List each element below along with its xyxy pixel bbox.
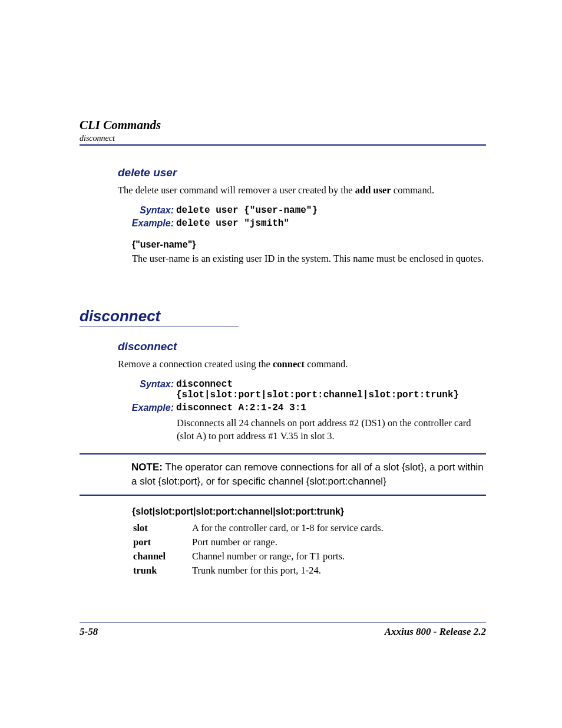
page-content: CLI Commands disconnect delete user The …	[80, 118, 486, 578]
note-body: The operator can remove connections for …	[131, 462, 484, 487]
table-row: channelChannel number or range, for T1 p…	[133, 550, 384, 563]
example-label: Example:	[118, 403, 174, 413]
disconnect-body: disconnect Remove a connection created u…	[118, 340, 486, 578]
note-label: NOTE:	[131, 462, 163, 473]
param-key: trunk	[133, 564, 191, 577]
heading-disconnect-h2: disconnect	[80, 307, 486, 325]
param-key: port	[133, 536, 191, 549]
text: command.	[305, 358, 348, 370]
table-row: trunkTrunk number for this port, 1-24.	[133, 564, 384, 577]
param-desc: Port number or range.	[192, 536, 384, 549]
page-header-title: CLI Commands	[80, 118, 486, 133]
page-header-subtitle: disconnect	[80, 134, 486, 143]
footer-right: Axxius 800 - Release 2.2	[385, 626, 486, 638]
heading-disconnect-h3: disconnect	[118, 340, 486, 353]
example-description: Disconnects all 24 channels on port addr…	[177, 417, 483, 443]
text: The delete user command will remover a u…	[118, 185, 355, 196]
table-row: slotA for the controller card, or 1-8 fo…	[133, 522, 384, 535]
syntax-code: disconnect {slot|slot:port|slot:port:cha…	[176, 379, 482, 400]
param-key: channel	[133, 550, 191, 563]
note-text: NOTE: The operator can remove connection…	[131, 460, 486, 489]
body-column: delete user The delete user command will…	[118, 166, 486, 578]
example-code: delete user "jsmith"	[176, 218, 289, 229]
param-desc: Trunk number for this port, 1-24.	[192, 564, 384, 577]
syntax-label: Syntax:	[118, 205, 174, 216]
footer-rule	[80, 622, 486, 622]
example-row: Example: delete user "jsmith"	[118, 218, 486, 229]
param-user-name-heading: {"user-name"}	[132, 239, 486, 250]
page-footer: Axxius 800 - Release 2.2 5-58	[80, 622, 486, 638]
example-label: Example:	[118, 218, 174, 229]
text: command.	[391, 185, 434, 196]
param-key: slot	[133, 522, 191, 535]
syntax-code: delete user {"user-name"}	[176, 205, 318, 216]
param-desc: Channel number or range, for T1 ports.	[192, 550, 384, 563]
text: Remove a connection created using the	[118, 358, 273, 370]
param-table: slotA for the controller card, or 1-8 fo…	[132, 521, 385, 578]
syntax-label: Syntax:	[118, 379, 174, 390]
syntax-row: Syntax: disconnect {slot|slot:port|slot:…	[118, 379, 486, 400]
disconnect-intro: Remove a connection created using the co…	[118, 358, 486, 371]
bold-connect: connect	[273, 358, 305, 370]
h2-rule	[80, 327, 239, 327]
example-row: Example: disconnect A:2:1-24 3:1	[118, 403, 486, 413]
example-code: disconnect A:2:1-24 3:1	[176, 403, 482, 413]
bold-add-user: add user	[355, 185, 391, 196]
section-disconnect: disconnect	[80, 307, 486, 327]
table-row: portPort number or range.	[133, 536, 384, 549]
header-rule	[80, 144, 486, 146]
syntax-row: Syntax: delete user {"user-name"}	[118, 205, 486, 216]
param-user-name-desc: The user-name is an existing user ID in …	[132, 252, 486, 265]
param-addr-heading: {slot|slot:port|slot:port:channel|slot:p…	[132, 506, 486, 517]
param-desc: A for the controller card, or 1-8 for se…	[192, 522, 384, 535]
note-box: NOTE: The operator can remove connection…	[80, 453, 486, 496]
delete-user-intro: The delete user command will remover a u…	[118, 184, 486, 197]
heading-delete-user: delete user	[118, 166, 486, 179]
